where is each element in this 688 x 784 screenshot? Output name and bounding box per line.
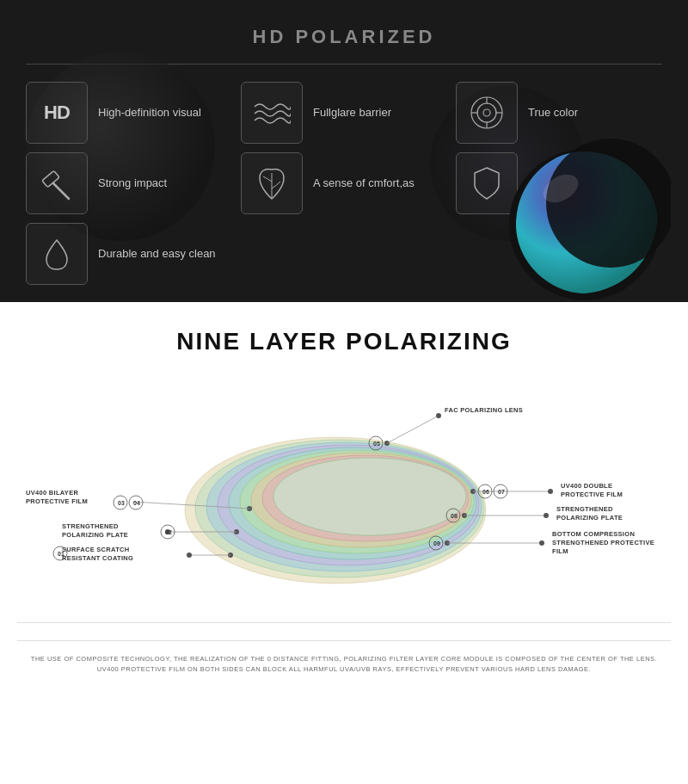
top-section: HD POLARIZED HD High-definition visual F… [0,0,688,302]
wave-label: Fullglare barrier [313,105,391,120]
wave-icon-box [241,82,303,144]
svg-text:STRENGTHENED PROTECTIVE: STRENGTHENED PROTECTIVE [552,539,654,546]
hammer-icon-box [26,152,88,214]
svg-text:05: 05 [373,441,380,447]
hd-icon: HD [44,102,70,124]
svg-text:07: 07 [498,489,505,495]
svg-text:04: 04 [133,500,140,506]
svg-point-22 [273,458,466,535]
footer-text: THE USE OF COMPOSITE TECHNOLOGY, THE REA… [17,640,671,675]
svg-text:FILM: FILM [552,547,568,555]
feature-hammer: Strong impact [26,152,232,214]
diagram-svg: SURFACE SCRATCH RESISTANT COATING 01 STR… [17,381,671,605]
shield-icon [471,164,502,202]
svg-point-2 [483,109,490,116]
drop-label: Durable and easy clean [98,246,216,262]
hammer-icon [38,164,76,202]
hammer-label: Strong impact [98,176,167,191]
svg-text:RESISTANT COATING: RESISTANT COATING [62,554,133,562]
svg-text:PROTECTIVE FILM: PROTECTIVE FILM [26,497,88,505]
svg-point-47 [436,413,441,418]
svg-point-12 [546,139,671,268]
feature-hd: HD High-definition visual [26,82,232,144]
drop-icon [41,235,72,273]
svg-text:08: 08 [451,513,458,519]
leaf-icon-box [241,152,303,214]
svg-point-62 [544,513,549,518]
lens-visual [499,130,671,302]
target-label: True color [528,105,578,120]
svg-line-8 [53,183,69,199]
svg-text:SURFACE SCRATCH: SURFACE SCRATCH [62,546,130,553]
feature-leaf: A sense of cmfort,as [241,152,447,214]
svg-text:PROTECTIVE FILM: PROTECTIVE FILM [561,491,623,498]
svg-text:FAC POLARIZING LENS: FAC POLARIZING LENS [445,406,523,414]
svg-text:02: 02 [165,529,172,535]
bottom-section: NINE LAYER POLARIZING [0,302,688,692]
svg-point-1 [477,103,496,122]
leaf-label: A sense of cmfort,as [313,176,415,191]
polarizing-diagram: SURFACE SCRATCH RESISTANT COATING 01 STR… [17,381,671,605]
svg-text:STRENGTHENED: STRENGTHENED [556,505,613,513]
svg-text:03: 03 [118,500,125,506]
leaf-icon [256,164,287,202]
feature-drop: Durable and easy clean [26,223,232,285]
svg-text:BOTTOM COMPRESSION: BOTTOM COMPRESSION [552,530,635,538]
svg-text:09: 09 [433,540,440,546]
feature-wave: Fullglare barrier [241,82,447,144]
svg-rect-7 [42,170,59,187]
svg-text:UV400 DOUBLE: UV400 DOUBLE [561,482,612,490]
svg-text:STRENGTHENED: STRENGTHENED [62,522,119,530]
hd-label: High-definition visual [98,105,201,120]
svg-point-25 [187,553,192,558]
wave-icon [253,100,291,126]
svg-text:POLARIZING PLATE: POLARIZING PLATE [556,514,623,522]
hd-polarized-title: HD POLARIZED [17,26,671,48]
svg-text:06: 06 [482,489,489,495]
svg-point-53 [548,489,553,494]
svg-text:01: 01 [58,551,64,557]
nine-layer-title: NINE LAYER POLARIZING [17,328,671,355]
svg-text:UV400 BILAYER: UV400 BILAYER [26,489,78,497]
svg-text:POLARIZING PLATE: POLARIZING PLATE [62,531,128,539]
divider [26,64,662,65]
svg-point-69 [539,540,544,546]
hd-icon-box: HD [26,82,88,144]
target-icon [468,94,506,132]
footer-divider [17,622,671,623]
svg-line-46 [387,416,439,443]
drop-icon-box [26,223,88,285]
